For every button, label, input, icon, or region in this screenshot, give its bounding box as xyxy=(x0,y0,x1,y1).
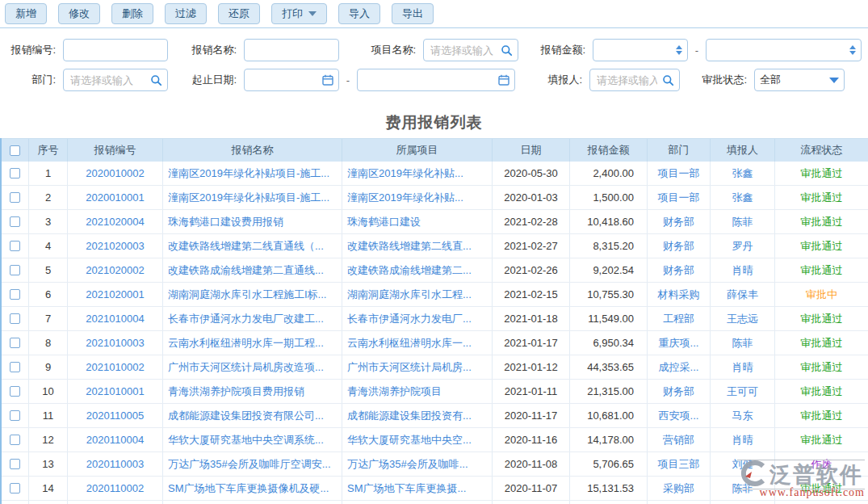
cell-dept-link[interactable]: 财务部 xyxy=(648,234,711,258)
reimburse-no-input[interactable] xyxy=(69,44,162,57)
cell-code-link[interactable]: 2021010004 xyxy=(68,307,163,330)
cell-project-link[interactable]: 广安邓小平纪念馆安全防... xyxy=(342,501,493,504)
cell-name-link[interactable]: 万达广场35#会所及咖啡厅空调安... xyxy=(163,452,342,476)
cell-code-link[interactable]: 2020010001 xyxy=(68,186,163,209)
cell-project-link[interactable]: 湖南洞庭湖水库引水工程... xyxy=(342,283,493,306)
cell-name-link[interactable]: 广安邓小平纪念馆安全防范系统... xyxy=(163,501,342,504)
cell-code-link[interactable]: 2020110002 xyxy=(68,477,163,500)
table-row[interactable]: 112020110005成都能源建设集团投资有限公司...成都能源建设集团投资有… xyxy=(2,404,868,428)
cell-code-link[interactable]: 2021010001 xyxy=(68,380,163,403)
cell-reporter-link[interactable]: 陈菲 xyxy=(711,331,775,355)
cell-dept-link[interactable]: 材料采购 xyxy=(648,283,711,306)
row-checkbox[interactable] xyxy=(10,241,20,251)
cell-dept-link[interactable]: 采购部 xyxy=(648,477,711,500)
cell-reporter-link[interactable]: 肖晴 xyxy=(711,501,775,504)
cell-code-link[interactable]: 2021020003 xyxy=(68,234,163,258)
cell-code-link[interactable]: 2020110004 xyxy=(68,428,163,452)
cell-reporter-link[interactable]: 王可可 xyxy=(711,380,775,403)
cell-code-link[interactable]: 2021020004 xyxy=(68,210,163,233)
cell-dept-link[interactable]: 财务部 xyxy=(648,380,711,403)
cell-code-link[interactable]: 2020110005 xyxy=(68,404,163,427)
print-dropdown-button[interactable]: 打印 xyxy=(271,3,327,24)
add-button[interactable]: 新增 xyxy=(5,3,47,24)
cell-dept-link[interactable]: 项目三部 xyxy=(648,452,711,476)
cell-dept-link[interactable]: 财务部 xyxy=(648,258,711,282)
cell-name-link[interactable]: 成都能源建设集团投资有限公司... xyxy=(163,404,342,427)
row-checkbox[interactable] xyxy=(10,192,20,203)
calendar-icon[interactable] xyxy=(498,74,509,86)
row-checkbox[interactable] xyxy=(10,216,20,227)
cell-reporter-link[interactable]: 张鑫 xyxy=(711,186,775,209)
restore-button[interactable]: 还原 xyxy=(218,3,260,24)
cell-project-link[interactable]: 华软大厦研究基地中央空... xyxy=(342,428,493,452)
cell-code-link[interactable]: 2020110003 xyxy=(68,452,163,476)
row-checkbox[interactable] xyxy=(10,338,20,348)
cell-project-link[interactable]: 潼南区2019年绿化补贴... xyxy=(342,162,493,185)
cell-name-link[interactable]: 长春市伊通河水力发电厂改建工... xyxy=(163,307,342,330)
table-row[interactable]: 82021010003云南水利枢纽潜明水库一期工程...云南水利枢纽潜明水库一.… xyxy=(2,331,868,355)
table-row[interactable]: 132020110003万达广场35#会所及咖啡厅空调安...万达广场35#会所… xyxy=(2,452,868,477)
row-checkbox[interactable] xyxy=(10,265,20,275)
reimburse-name-input[interactable] xyxy=(249,44,333,57)
cell-reporter-link[interactable]: 罗丹 xyxy=(711,234,775,258)
cell-reporter-link[interactable]: 张鑫 xyxy=(711,162,775,185)
cell-project-link[interactable]: 改建铁路线增建第二线直... xyxy=(342,234,493,258)
cell-project-link[interactable]: 成都能源建设集团投资有... xyxy=(342,404,493,427)
date-to-input[interactable] xyxy=(363,74,495,87)
cell-name-link[interactable]: 潼南区2019年绿化补贴项目-施工... xyxy=(163,186,342,209)
reporter-input[interactable] xyxy=(595,74,659,87)
cell-dept-link[interactable]: 成本核... xyxy=(648,501,711,504)
amount-from-stepper[interactable] xyxy=(673,45,682,55)
cell-reporter-link[interactable]: 肖晴 xyxy=(711,428,775,452)
table-row[interactable]: 122020110004华软大厦研究基地中央空调系统...华软大厦研究基地中央空… xyxy=(2,428,868,452)
export-button[interactable]: 导出 xyxy=(392,3,434,24)
amount-to-stepper[interactable] xyxy=(846,45,856,55)
row-checkbox[interactable] xyxy=(10,168,20,178)
cell-name-link[interactable]: 青海洪湖养护院项目费用报销 xyxy=(163,380,342,403)
row-checkbox[interactable] xyxy=(10,362,20,372)
table-row[interactable]: 52021020002改建铁路成渝线增建第二直通线...改建铁路成渝线增建第二.… xyxy=(2,258,868,283)
cell-project-link[interactable]: 改建铁路成渝线增建第二... xyxy=(342,258,493,282)
table-row[interactable]: 22020010001潼南区2019年绿化补贴项目-施工...潼南区2019年绿… xyxy=(2,186,868,210)
dept-input[interactable] xyxy=(69,74,147,87)
cell-dept-link[interactable]: 重庆项... xyxy=(648,331,711,355)
cell-reporter-link[interactable]: 肖晴 xyxy=(711,258,775,282)
cell-dept-link[interactable]: 项目一部 xyxy=(648,162,711,185)
cell-dept-link[interactable]: 工程部 xyxy=(648,307,711,330)
amount-to-input[interactable] xyxy=(711,44,846,57)
cell-dept-link[interactable]: 项目一部 xyxy=(648,186,711,209)
cell-project-link[interactable]: 长春市伊通河水力发电厂... xyxy=(342,307,493,330)
table-row[interactable]: 152020110001广安邓小平纪念馆安全防范系统...广安邓小平纪念馆安全防… xyxy=(2,501,868,504)
amount-from-input[interactable] xyxy=(598,44,673,57)
cell-project-link[interactable]: 珠海鹤港口建设 xyxy=(342,210,493,233)
cell-code-link[interactable]: 2020010002 xyxy=(68,162,163,185)
row-checkbox[interactable] xyxy=(10,483,20,494)
cell-code-link[interactable]: 2021010003 xyxy=(68,331,163,355)
cell-name-link[interactable]: 湖南洞庭湖水库引水工程施工I标... xyxy=(163,283,342,306)
row-checkbox[interactable] xyxy=(10,435,20,445)
cell-project-link[interactable]: 万达广场35#会所及咖啡... xyxy=(342,452,493,476)
cell-reporter-link[interactable]: 马东 xyxy=(711,404,775,427)
edit-button[interactable]: 修改 xyxy=(58,3,100,24)
cell-project-link[interactable]: 潼南区2019年绿化补贴... xyxy=(342,186,493,209)
search-icon[interactable] xyxy=(662,74,674,86)
filter-button[interactable]: 过滤 xyxy=(165,3,207,24)
cell-dept-link[interactable]: 成控采... xyxy=(648,355,711,379)
cell-project-link[interactable]: 青海洪湖养护院项目 xyxy=(342,380,493,403)
cell-code-link[interactable]: 2021010002 xyxy=(68,355,163,379)
table-row[interactable]: 72021010004长春市伊通河水力发电厂改建工...长春市伊通河水力发电厂.… xyxy=(2,307,868,331)
date-from-input[interactable] xyxy=(249,74,319,87)
cell-reporter-link[interactable]: 薛保丰 xyxy=(711,283,775,306)
table-row[interactable]: 142020110002SM广场地下车库更换摄像机及硬...SM广场地下车库更换… xyxy=(2,477,868,501)
cell-reporter-link[interactable]: 陈菲 xyxy=(711,210,775,233)
cell-name-link[interactable]: SM广场地下车库更换摄像机及硬... xyxy=(163,477,342,500)
cell-project-link[interactable]: 云南水利枢纽潜明水库一... xyxy=(342,331,493,355)
table-row[interactable]: 12020010002潼南区2019年绿化补贴项目-施工...潼南区2019年绿… xyxy=(2,162,868,186)
cell-name-link[interactable]: 云南水利枢纽潜明水库一期工程... xyxy=(163,331,342,355)
cell-code-link[interactable]: 2020110001 xyxy=(68,501,163,504)
cell-reporter-link[interactable]: 王志远 xyxy=(711,307,775,330)
cell-name-link[interactable]: 改建铁路成渝线增建第二直通线... xyxy=(163,258,342,282)
cell-reporter-link[interactable]: 陈菲 xyxy=(711,477,775,500)
row-checkbox[interactable] xyxy=(10,313,20,324)
cell-dept-link[interactable]: 西安项... xyxy=(648,404,711,427)
